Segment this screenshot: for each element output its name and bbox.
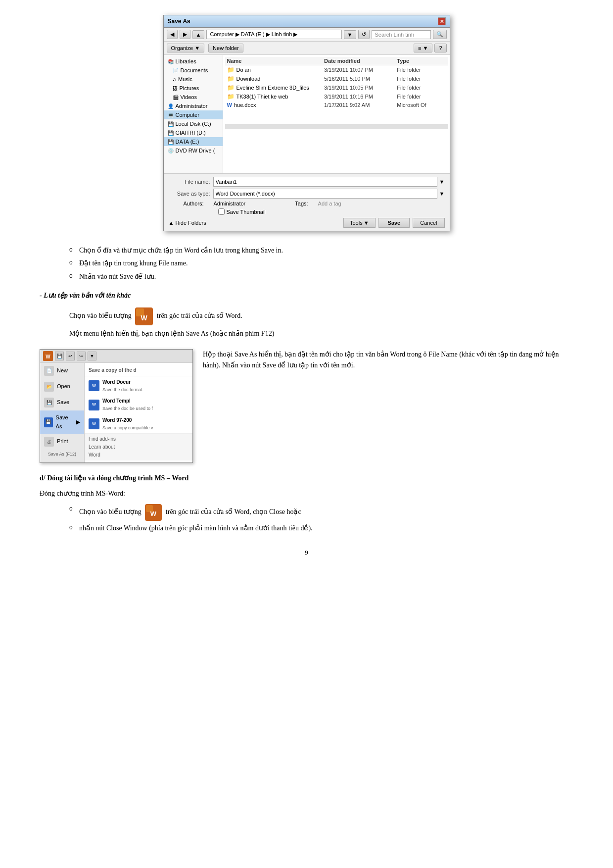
- svg-text:W: W: [46, 354, 50, 359]
- file-row[interactable]: 📁 Download 5/16/2011 5:10 PM File folder: [225, 74, 448, 83]
- nav-path[interactable]: Computer ▶ DATA (E:) ▶ Linh tinh ▶: [206, 30, 341, 39]
- dialog-body: 📚 Libraries 📄 Documents ♫ Music 🖼 Pictur…: [164, 55, 450, 174]
- help-button[interactable]: ?: [434, 44, 446, 52]
- sidebar-giaitri-d[interactable]: 💾 GIAITRI (D:): [164, 128, 223, 137]
- save-button[interactable]: Save: [378, 218, 410, 228]
- mini-menu-left: 📄 New 📂 Open 💾 Save 💾: [40, 363, 85, 462]
- save-type-dropdown[interactable]: ▼: [439, 191, 445, 197]
- nav-back-button[interactable]: ◀: [167, 30, 178, 39]
- sidebar-libraries[interactable]: 📚 Libraries: [164, 57, 223, 66]
- save-option-word-template[interactable]: W Word Templ Save the doc be used to f: [85, 395, 192, 414]
- file-name-label: File name:: [169, 179, 213, 185]
- list-item: Nhấn vào nút Save để lưu.: [69, 271, 573, 282]
- col-type: Type: [397, 58, 445, 64]
- mini-new-item[interactable]: 📄 New: [40, 363, 84, 379]
- col-date: Date modified: [324, 58, 397, 64]
- sidebar-administrator[interactable]: 👤 Administrator: [164, 102, 223, 110]
- mini-menu-right: Save a copy of the d W Word Docur Save t…: [85, 363, 192, 462]
- folder-icon: 📁: [227, 84, 235, 91]
- save-file-icon: 💾: [44, 398, 54, 408]
- nav-dropdown-button[interactable]: ▼: [344, 30, 356, 39]
- file-row[interactable]: 📁 Do an 3/19/2011 10:07 PM File folder: [225, 65, 448, 74]
- save-type-label: Save as type:: [169, 191, 213, 197]
- tools-dropdown-icon: ▼: [364, 220, 369, 226]
- page-number: 9: [40, 549, 573, 557]
- mini-redo-btn[interactable]: ↪: [77, 352, 86, 360]
- file-row[interactable]: 📁 Eveline Slim Extreme 3D_files 3/19/201…: [225, 83, 448, 92]
- hide-folders-button[interactable]: ▲ Hide Folders: [169, 220, 206, 226]
- mini-undo-btn[interactable]: ↩: [66, 352, 75, 360]
- dvd-icon: 💿: [168, 148, 174, 153]
- dialog-filelist: Name Date modified Type 📁 Do an 3/19/201…: [223, 55, 450, 173]
- nav-refresh-button[interactable]: ↺: [358, 30, 370, 39]
- mini-toolbar: W 💾 ↩ ↪ ▼: [40, 350, 192, 363]
- footer-tags-row: Authors: Administrator Tags: Add a tag: [169, 201, 445, 206]
- folder-icon: 📁: [227, 93, 235, 100]
- horizontal-scrollbar[interactable]: [225, 124, 448, 129]
- toolbar-right: ≡ ▼ ?: [414, 44, 447, 52]
- mini-save-item[interactable]: 💾 Save: [40, 395, 84, 410]
- nav-up-button[interactable]: ▲: [192, 30, 205, 39]
- word-97-icon: W: [89, 418, 99, 429]
- list-item: Đặt tên tập tin trong khung File name.: [69, 258, 573, 269]
- save-option-word-doc[interactable]: W Word Docur Save the doc format.: [85, 376, 192, 395]
- admin-icon: 👤: [168, 103, 174, 109]
- file-name: 📁 Do an: [227, 66, 324, 73]
- file-row[interactable]: W hue.docx 1/17/2011 9:02 AM Microsoft O…: [225, 101, 448, 109]
- word-doc-save-icon: W: [89, 380, 99, 391]
- save-as-dialog: Save As ✕ ◀ ▶ ▲ Computer ▶ DATA (E:) ▶ L…: [163, 15, 450, 231]
- main-content: Chọn ổ đĩa và thư mục chứa tập tin Word …: [40, 245, 573, 534]
- sidebar-pictures[interactable]: 🖼 Pictures: [164, 84, 223, 93]
- section-d-word-icon: W: [145, 504, 162, 521]
- pictures-icon: 🖼: [173, 86, 178, 91]
- mini-save-toolbar-btn[interactable]: 💾: [55, 352, 64, 360]
- search-icon[interactable]: 🔍: [433, 30, 447, 39]
- tags-label: Tags:: [295, 201, 308, 206]
- mini-customize-btn[interactable]: ▼: [88, 352, 96, 360]
- sidebar-music[interactable]: ♫ Music: [164, 75, 223, 84]
- save-option-text: Word 97-200 Save a copy compatible v: [102, 416, 153, 431]
- svg-text:W: W: [150, 510, 157, 517]
- mini-open-item[interactable]: 📂 Open: [40, 379, 84, 395]
- file-row[interactable]: 📁 TK38(1) Thiet ke web 3/19/2011 10:16 P…: [225, 92, 448, 101]
- sidebar-data-e[interactable]: 💾 DATA (E:): [164, 137, 223, 146]
- file-name-input[interactable]: [213, 177, 437, 187]
- save-thumbnail-checkbox[interactable]: [218, 208, 225, 215]
- mini-save-as-dialog: W 💾 ↩ ↪ ▼ 📄 New: [40, 349, 193, 463]
- sidebar-documents[interactable]: 📄 Documents: [164, 66, 223, 75]
- dialog-sidebar: 📚 Libraries 📄 Documents ♫ Music 🖼 Pictur…: [164, 55, 223, 173]
- close-icon[interactable]: ✕: [438, 17, 446, 25]
- mini-print-item[interactable]: 🖨 Print: [40, 434, 84, 450]
- organize-button[interactable]: Organize ▼: [167, 44, 205, 52]
- videos-icon: 🎬: [173, 95, 179, 100]
- tags-value[interactable]: Add a tag: [318, 201, 341, 206]
- file-name: 📁 Eveline Slim Extreme 3D_files: [227, 84, 324, 91]
- view-button[interactable]: ≡ ▼: [414, 44, 432, 52]
- folder-icon: 📁: [227, 66, 235, 73]
- footer-action-buttons: Tools ▼ Save Cancel: [343, 218, 445, 228]
- sidebar-local-disk-c[interactable]: 💾 Local Disk (C:): [164, 119, 223, 128]
- save-option-word-97[interactable]: W Word 97-200 Save a copy compatible v: [85, 414, 192, 433]
- section-d-bullet1: Chọn vào biểu tượng W trên góc trái của …: [69, 504, 573, 521]
- two-col-section: W 💾 ↩ ↪ ▼ 📄 New: [40, 349, 573, 463]
- word-template-icon: W: [89, 400, 99, 410]
- find-addins-item[interactable]: Find add-ins Learn about Word: [85, 433, 192, 460]
- section-d-bullets: Chọn vào biểu tượng W trên góc trái của …: [40, 504, 573, 534]
- music-icon: ♫: [173, 77, 177, 82]
- thumbnail-row: Save Thumbnail: [169, 208, 445, 215]
- nav-forward-button[interactable]: ▶: [180, 30, 190, 39]
- file-name-dropdown[interactable]: ▼: [439, 179, 445, 185]
- sidebar-dvd[interactable]: 💿 DVD RW Drive (: [164, 146, 223, 155]
- dialog-toolbar: Organize ▼ New folder ≡ ▼ ?: [164, 42, 450, 55]
- search-input[interactable]: Search Linh tinh: [372, 30, 431, 39]
- mini-menu-body: 📄 New 📂 Open 💾 Save 💾: [40, 363, 192, 462]
- mini-logo-icon: W: [43, 351, 53, 361]
- mini-saveas-item[interactable]: 💾 Save As ▶: [40, 410, 84, 434]
- save-option-text: Word Docur Save the doc format.: [102, 378, 143, 393]
- tools-button[interactable]: Tools ▼: [343, 218, 376, 228]
- cancel-button[interactable]: Cancel: [413, 218, 444, 228]
- sidebar-computer[interactable]: 💻 Computer: [164, 110, 223, 119]
- new-folder-button[interactable]: New folder: [208, 44, 243, 52]
- save-type-input[interactable]: [213, 189, 437, 199]
- sidebar-videos[interactable]: 🎬 Videos: [164, 93, 223, 102]
